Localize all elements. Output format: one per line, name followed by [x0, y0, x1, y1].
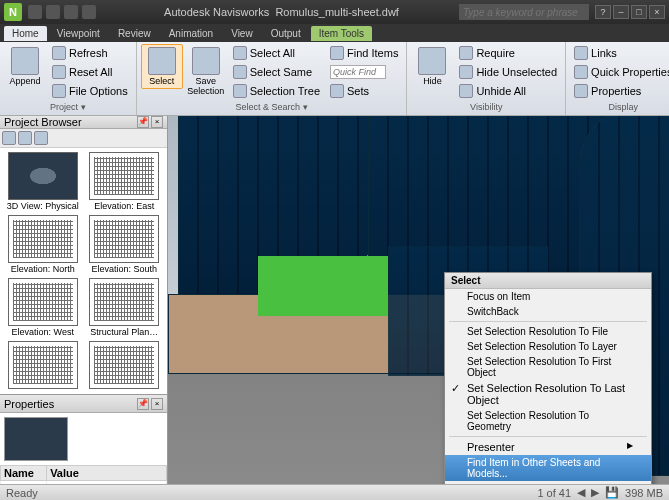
hide-unsel-icon: [459, 65, 473, 79]
panel-close-icon[interactable]: ×: [151, 116, 163, 128]
ctx-links[interactable]: Links▶: [445, 481, 651, 484]
file-options-icon: [52, 84, 66, 98]
quick-props-button[interactable]: Quick Properties: [570, 63, 669, 81]
hide-button[interactable]: Hide: [411, 44, 453, 89]
panel-pin-icon[interactable]: 📌: [137, 116, 149, 128]
page-next-icon[interactable]: ▶: [591, 486, 599, 499]
help-icon[interactable]: ?: [595, 5, 611, 19]
sheet-thumbnail[interactable]: Elevation: South: [86, 215, 164, 274]
properties-button[interactable]: Properties: [570, 82, 669, 100]
tab-view[interactable]: View: [223, 26, 261, 41]
refresh-icon: [52, 46, 66, 60]
group-select-label: Select & Search ▾: [141, 101, 403, 113]
maximize-button[interactable]: □: [631, 5, 647, 19]
save-selection-button[interactable]: Save Selection: [185, 44, 227, 99]
minimize-button[interactable]: –: [613, 5, 629, 19]
cursor-icon: [148, 47, 176, 75]
reset-all-button[interactable]: Reset All: [48, 63, 132, 81]
panel-close-icon[interactable]: ×: [151, 398, 163, 410]
qat-undo-icon[interactable]: [82, 5, 96, 19]
ctx-switchback[interactable]: SwitchBack: [445, 304, 651, 319]
refresh-button[interactable]: Refresh: [48, 44, 132, 62]
search-input[interactable]: [459, 4, 589, 20]
chevron-right-icon: ▶: [627, 483, 633, 484]
file-options-button[interactable]: File Options: [48, 82, 132, 100]
ctx-res-last[interactable]: ✓Set Selection Resolution To Last Object: [445, 380, 651, 408]
ctx-focus-item[interactable]: Focus on Item: [445, 289, 651, 304]
panel-pin-icon[interactable]: 📌: [137, 398, 149, 410]
status-page: 1 of 41: [537, 487, 571, 499]
props-icon: [574, 84, 588, 98]
context-menu: Select Focus on Item SwitchBack Set Sele…: [444, 272, 652, 484]
check-icon: ✓: [451, 382, 460, 395]
sheet-thumbnail[interactable]: 3D View: Physical: [4, 152, 82, 211]
app-logo[interactable]: N: [4, 3, 22, 21]
qat-open-icon[interactable]: [46, 5, 60, 19]
status-ready: Ready: [6, 487, 38, 499]
ctx-res-first[interactable]: Set Selection Resolution To First Object: [445, 354, 651, 380]
append-button[interactable]: Append: [4, 44, 46, 89]
tab-output[interactable]: Output: [263, 26, 309, 41]
links-button[interactable]: Links: [570, 44, 669, 62]
qprops-icon: [574, 65, 588, 79]
project-browser-header[interactable]: Project Browser 📌×: [0, 116, 167, 129]
tree-icon: [233, 84, 247, 98]
ctx-res-layer[interactable]: Set Selection Resolution To Layer: [445, 339, 651, 354]
sheet-thumbnail[interactable]: [4, 341, 82, 390]
sheet-thumbnail[interactable]: [86, 341, 164, 390]
sheet-thumbnail[interactable]: Elevation: West: [4, 278, 82, 337]
qat-new-icon[interactable]: [28, 5, 42, 19]
group-display-label: Display: [570, 101, 669, 113]
ctx-res-file[interactable]: Set Selection Resolution To File: [445, 324, 651, 339]
select-same-button[interactable]: Select Same: [229, 63, 324, 81]
unhide-all-button[interactable]: Unhide All: [455, 82, 561, 100]
close-button[interactable]: ×: [649, 5, 665, 19]
require-button[interactable]: Require: [455, 44, 561, 62]
page-prev-icon[interactable]: ◀: [577, 486, 585, 499]
ctx-find-in-sheets[interactable]: Find Item in Other Sheets and Models...: [445, 455, 651, 481]
tab-item-tools[interactable]: Item Tools: [311, 26, 372, 41]
sheet-thumbnail[interactable]: Elevation: North: [4, 215, 82, 274]
save-selection-icon: [192, 47, 220, 75]
properties-header[interactable]: Properties 📌×: [0, 395, 167, 413]
require-icon: [459, 46, 473, 60]
project-browser-body: 3D View: Physical Elevation: East Elevat…: [0, 148, 167, 394]
tab-animation[interactable]: Animation: [161, 26, 221, 41]
selection-tree-button[interactable]: Selection Tree: [229, 82, 324, 100]
append-icon: [11, 47, 39, 75]
hide-unselected-button[interactable]: Hide Unselected: [455, 63, 561, 81]
chevron-right-icon: ▶: [627, 441, 633, 453]
browser-list-icon[interactable]: [18, 131, 32, 145]
disk-icon: 💾: [605, 486, 619, 499]
3d-viewport[interactable]: Select Focus on Item SwitchBack Set Sele…: [168, 116, 669, 484]
browser-nav-icon[interactable]: [2, 131, 16, 145]
sheet-thumbnail[interactable]: Elevation: East: [86, 152, 164, 211]
select-all-button[interactable]: Select All: [229, 44, 324, 62]
hide-icon: [418, 47, 446, 75]
ctx-presenter[interactable]: Presenter▶: [445, 439, 651, 455]
select-all-icon: [233, 46, 247, 60]
links-icon: [574, 46, 588, 60]
property-preview: [4, 417, 68, 461]
sets-icon: [330, 84, 344, 98]
status-memory: 398 MB: [625, 487, 663, 499]
browser-thumb-icon[interactable]: [34, 131, 48, 145]
find-items-button[interactable]: Find Items: [326, 44, 402, 62]
group-visibility-label: Visibility: [411, 101, 561, 113]
tab-review[interactable]: Review: [110, 26, 159, 41]
unhide-icon: [459, 84, 473, 98]
context-menu-header: Select: [445, 273, 651, 289]
sets-button[interactable]: Sets: [326, 82, 402, 100]
tab-viewpoint[interactable]: Viewpoint: [49, 26, 108, 41]
reset-icon: [52, 65, 66, 79]
select-same-icon: [233, 65, 247, 79]
window-title: Autodesk Navisworks Romulus_multi-sheet.…: [104, 6, 459, 18]
sheet-thumbnail[interactable]: Structural Plan…: [86, 278, 164, 337]
select-button[interactable]: Select: [141, 44, 183, 89]
tab-home[interactable]: Home: [4, 26, 47, 41]
group-project-label: Project ▾: [4, 101, 132, 113]
find-icon: [330, 46, 344, 60]
ctx-res-geom[interactable]: Set Selection Resolution To Geometry: [445, 408, 651, 434]
qat-save-icon[interactable]: [64, 5, 78, 19]
quick-find-input[interactable]: [326, 63, 402, 81]
